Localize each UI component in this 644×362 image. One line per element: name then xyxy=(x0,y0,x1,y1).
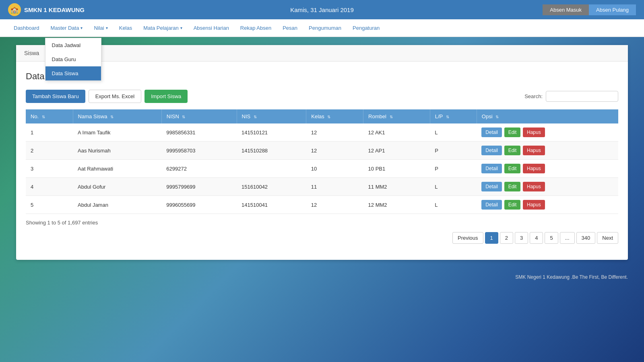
search-input[interactable] xyxy=(546,91,618,102)
col-lp: L/P ⇅ xyxy=(430,109,477,123)
col-opsi: Opsi ⇅ xyxy=(477,109,618,123)
nav-pengaturan[interactable]: Pengaturan xyxy=(347,20,385,36)
page-content: Data Siswa Tambah Siswa Baru Export Ms. … xyxy=(16,62,628,260)
cell-nama: Abdul Jaman xyxy=(73,196,161,214)
dropdown-data-jadwal[interactable]: Data Jadwal xyxy=(45,38,101,52)
edit-button[interactable]: Edit xyxy=(504,182,521,191)
hapus-button[interactable]: Hapus xyxy=(523,164,545,173)
cell-nis: 141510121 xyxy=(237,123,306,142)
cell-lp: L xyxy=(430,196,477,214)
nav-nilai[interactable]: Nilai ▾ xyxy=(88,20,113,36)
cell-nama: Aas Nurismah xyxy=(73,142,161,160)
cell-kelas: 12 xyxy=(306,196,363,214)
detail-button[interactable]: Detail xyxy=(481,146,502,155)
col-nis: NIS ⇅ xyxy=(237,109,306,123)
cell-kelas: 11 xyxy=(306,178,363,196)
cell-opsi: Detail Edit Hapus xyxy=(477,142,618,160)
detail-button[interactable]: Detail xyxy=(481,128,502,137)
cell-no: 4 xyxy=(26,178,73,196)
pagination-page-5[interactable]: 5 xyxy=(545,232,558,244)
nav-pengumuman[interactable]: Pengumuman xyxy=(303,20,347,36)
toolbar: Tambah Siswa Baru Export Ms. Excel Impor… xyxy=(26,90,618,103)
top-header: 🏫 SMKN 1 KEDAWUNG Kamis, 31 Januari 2019… xyxy=(0,0,644,19)
cell-lp: L xyxy=(430,178,477,196)
chevron-down-icon-nilai: ▾ xyxy=(106,26,108,30)
sort-icon-nama: ⇅ xyxy=(110,115,114,119)
chevron-down-icon: ▾ xyxy=(80,26,83,30)
master-data-dropdown: Data Jadwal Data Guru Data Siswa xyxy=(45,38,101,81)
cell-no: 1 xyxy=(26,123,73,142)
hapus-button[interactable]: Hapus xyxy=(523,128,545,137)
toolbar-right: Search: xyxy=(524,91,618,102)
cell-nama: Aat Rahmawati xyxy=(73,160,161,178)
cell-nis: 141510041 xyxy=(237,196,306,214)
hapus-button[interactable]: Hapus xyxy=(523,200,545,210)
absen-pulang-button[interactable]: Absen Pulang xyxy=(589,4,636,15)
cell-kelas: 10 xyxy=(306,160,363,178)
cell-nis: 141510288 xyxy=(237,142,306,160)
col-rombel: Rombel ⇅ xyxy=(363,109,430,123)
detail-button[interactable]: Detail xyxy=(481,182,502,191)
sort-icon-no: ⇅ xyxy=(42,115,45,119)
cell-nama: A Imam Taufik xyxy=(73,123,161,142)
cell-nisn: 9985856331 xyxy=(161,123,237,142)
sort-icon-lp: ⇅ xyxy=(446,115,449,119)
cell-rombel: 12 AP1 xyxy=(363,142,430,160)
edit-button[interactable]: Edit xyxy=(504,146,521,155)
absen-masuk-button[interactable]: Absen Masuk xyxy=(543,4,589,15)
pagination-page-4[interactable]: 4 xyxy=(530,232,543,244)
detail-button[interactable]: Detail xyxy=(481,164,502,173)
detail-button[interactable]: Detail xyxy=(481,200,502,210)
sort-icon-nisn: ⇅ xyxy=(182,115,185,119)
nav-master-data[interactable]: Master Data ▾ Data Jadwal Data Guru Data… xyxy=(45,20,89,36)
sort-icon-opsi: ⇅ xyxy=(495,115,499,119)
table-info: Showing 1 to 5 of 1,697 entries xyxy=(26,214,618,229)
header-buttons: Absen Masuk Absen Pulang xyxy=(543,4,636,15)
page-title: Data Siswa xyxy=(26,71,618,82)
edit-button[interactable]: Edit xyxy=(504,128,521,137)
dropdown-data-siswa[interactable]: Data Siswa xyxy=(45,66,101,80)
nav-kelas[interactable]: Kelas xyxy=(114,20,138,36)
cell-no: 5 xyxy=(26,196,73,214)
logo-area: 🏫 SMKN 1 KEDAWUNG xyxy=(8,3,85,16)
chevron-down-icon-mapel: ▾ xyxy=(180,26,182,30)
table-row: 5 Abdul Jaman 9996055699 141510041 12 12… xyxy=(26,196,618,214)
nav-pesan[interactable]: Pesan xyxy=(277,20,303,36)
pagination-page-1[interactable]: 1 xyxy=(485,232,498,244)
cell-nisn: 9995799699 xyxy=(161,178,237,196)
dropdown-data-guru[interactable]: Data Guru xyxy=(45,52,101,66)
col-kelas: Kelas ⇅ xyxy=(306,109,363,123)
hapus-button[interactable]: Hapus xyxy=(523,146,545,155)
pagination-page-340[interactable]: 340 xyxy=(576,232,596,244)
nav-rekap-absen[interactable]: Rekap Absen xyxy=(235,20,277,36)
table-row: 2 Aas Nurismah 9995958703 141510288 12 1… xyxy=(26,142,618,160)
add-siswa-button[interactable]: Tambah Siswa Baru xyxy=(26,90,85,103)
export-excel-button[interactable]: Export Ms. Excel xyxy=(89,90,142,103)
pagination-ellipsis: ... xyxy=(560,232,575,244)
sort-icon-kelas: ⇅ xyxy=(327,115,330,119)
table-row: 4 Abdul Gofur 9995799699 151610042 11 11… xyxy=(26,178,618,196)
col-no: No. ⇅ xyxy=(26,109,73,123)
cell-opsi: Detail Edit Hapus xyxy=(477,123,618,142)
import-siswa-button[interactable]: Import Siswa xyxy=(144,90,188,103)
nav-mata-pelajaran[interactable]: Mata Pelajaran ▾ xyxy=(138,20,188,36)
hapus-button[interactable]: Hapus xyxy=(523,182,545,191)
pagination-page-3[interactable]: 3 xyxy=(515,232,528,244)
edit-button[interactable]: Edit xyxy=(504,200,521,210)
sort-icon-nis: ⇅ xyxy=(254,115,257,119)
pagination: Previous 1 2 3 4 5 ... 340 Next xyxy=(26,229,618,250)
pagination-page-2[interactable]: 2 xyxy=(500,232,513,244)
logo-icon: 🏫 xyxy=(8,3,21,16)
nav-dashboard[interactable]: Dashboard xyxy=(8,20,45,36)
nav-absensi-harian[interactable]: Absensi Harian xyxy=(188,20,235,36)
page-card: Siswa Data Siswa Tambah Siswa Baru Expor… xyxy=(16,45,628,260)
pagination-prev[interactable]: Previous xyxy=(452,232,483,244)
date-display: Kamis, 31 Januari 2019 xyxy=(290,6,354,13)
cell-rombel: 10 PB1 xyxy=(363,160,430,178)
cell-lp: P xyxy=(430,160,477,178)
students-table: No. ⇅ Nama Siswa ⇅ NISN ⇅ NIS ⇅ Kelas ⇅ … xyxy=(26,109,618,214)
search-label: Search: xyxy=(524,93,543,99)
edit-button[interactable]: Edit xyxy=(504,164,521,173)
cell-nisn: 9995958703 xyxy=(161,142,237,160)
pagination-next[interactable]: Next xyxy=(597,232,618,244)
